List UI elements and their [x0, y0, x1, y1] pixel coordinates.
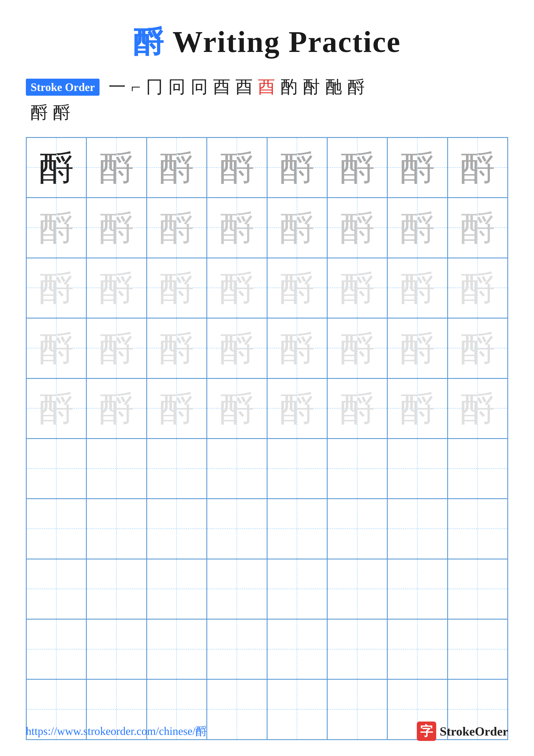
cell-6-2 [87, 439, 146, 499]
cell-4-7: 酹 [387, 318, 447, 378]
stroke-12: 酹 [347, 75, 365, 99]
grid-row-5: 酹 酹 酹 酹 酹 酹 酹 酹 [26, 378, 508, 439]
logo-text: StrokeOrder [440, 724, 508, 739]
cell-4-6: 酹 [327, 318, 387, 378]
cell-4-3: 酹 [147, 318, 207, 378]
cell-7-7 [387, 499, 447, 559]
cell-3-4: 酹 [207, 258, 267, 318]
title-text: Writing Practice [172, 25, 401, 58]
cell-8-8 [447, 559, 508, 619]
stroke-order-label: Stroke Order [26, 79, 99, 96]
stroke-10: 酎 [303, 75, 320, 99]
cell-1-8: 酹 [447, 138, 508, 198]
footer-url[interactable]: https://www.strokeorder.com/chinese/酹 [26, 724, 207, 739]
cell-6-1 [26, 439, 87, 499]
cell-3-8: 酹 [447, 258, 508, 318]
footer: https://www.strokeorder.com/chinese/酹 字 … [26, 721, 508, 741]
cell-6-8 [447, 439, 508, 499]
cell-3-3: 酹 [147, 258, 207, 318]
grid-row-1: 酹 酹 酹 酹 酹 酹 酹 酹 [26, 138, 508, 198]
cell-1-6: 酹 [327, 138, 387, 198]
cell-1-5: 酹 [267, 138, 327, 198]
cell-3-7: 酹 [387, 258, 447, 318]
cell-1-4: 酹 [207, 138, 267, 198]
cell-8-7 [387, 559, 447, 619]
cell-5-8: 酹 [447, 378, 508, 439]
cell-7-6 [327, 499, 387, 559]
cell-1-2: 酹 [87, 138, 146, 198]
stroke-9: 酌 [280, 75, 297, 99]
stroke-sequence: 一 ⌐ 冂 冋 冋 酉 酉 酉 酌 酎 酏 酹 [106, 75, 508, 99]
cell-1-1: 酹 [26, 138, 87, 198]
cell-7-4 [207, 499, 267, 559]
cell-9-8 [447, 619, 508, 679]
cell-3-6: 酹 [327, 258, 387, 318]
cell-8-4 [207, 559, 267, 619]
cell-5-3: 酹 [147, 378, 207, 439]
cell-4-8: 酹 [447, 318, 508, 378]
cell-3-5: 酹 [267, 258, 327, 318]
cell-8-1 [26, 559, 87, 619]
page-title: 酹 Writing Practice [133, 21, 401, 63]
cell-9-1 [26, 619, 87, 679]
cell-2-7: 酹 [387, 198, 447, 258]
grid-row-9 [26, 619, 508, 679]
cell-9-4 [207, 619, 267, 679]
grid-row-3: 酹 酹 酹 酹 酹 酹 酹 酹 [26, 258, 508, 318]
cell-2-3: 酹 [147, 198, 207, 258]
cell-5-2: 酹 [87, 378, 146, 439]
cell-3-1: 酹 [26, 258, 87, 318]
cell-2-2: 酹 [87, 198, 146, 258]
cell-9-5 [267, 619, 327, 679]
grid-row-4: 酹 酹 酹 酹 酹 酹 酹 酹 [26, 318, 508, 378]
cell-6-5 [267, 439, 327, 499]
stroke-order-section: Stroke Order 一 ⌐ 冂 冋 冋 酉 酉 酉 酌 酎 酏 酹 酹 酹 [26, 75, 508, 124]
cell-2-8: 酹 [447, 198, 508, 258]
cell-5-5: 酹 [267, 378, 327, 439]
cell-6-3 [147, 439, 207, 499]
cell-6-7 [387, 439, 447, 499]
practice-grid: 酹 酹 酹 酹 酹 酹 酹 酹 酹 酹 酹 酹 酹 酹 酹 酹 酹 酹 酹 酹 … [26, 137, 508, 740]
cell-5-1: 酹 [26, 378, 87, 439]
cell-7-2 [87, 499, 146, 559]
cell-8-5 [267, 559, 327, 619]
cell-4-5: 酹 [267, 318, 327, 378]
stroke-13: 酹 [31, 101, 48, 124]
grid-row-6 [26, 439, 508, 499]
grid-row-2: 酹 酹 酹 酹 酹 酹 酹 酹 [26, 198, 508, 258]
cell-9-7 [387, 619, 447, 679]
stroke-4: 冋 [168, 75, 186, 99]
stroke-8: 酉 [258, 75, 275, 99]
cell-7-1 [26, 499, 87, 559]
cell-4-1: 酹 [26, 318, 87, 378]
cell-6-4 [207, 439, 267, 499]
stroke-5: 冋 [191, 75, 208, 99]
cell-9-2 [87, 619, 146, 679]
cell-5-4: 酹 [207, 378, 267, 439]
cell-9-3 [147, 619, 207, 679]
cell-5-7: 酹 [387, 378, 447, 439]
stroke-7: 酉 [236, 75, 253, 99]
cell-7-3 [147, 499, 207, 559]
cell-2-6: 酹 [327, 198, 387, 258]
grid-row-7 [26, 499, 508, 559]
grid-row-8 [26, 559, 508, 619]
cell-8-6 [327, 559, 387, 619]
cell-5-6: 酹 [327, 378, 387, 439]
cell-8-2 [87, 559, 146, 619]
stroke-6: 酉 [213, 75, 230, 99]
footer-logo: 字 StrokeOrder [417, 721, 508, 741]
cell-3-2: 酹 [87, 258, 146, 318]
cell-4-2: 酹 [87, 318, 146, 378]
stroke-1: 一 [109, 75, 126, 99]
cell-2-5: 酹 [267, 198, 327, 258]
cell-9-6 [327, 619, 387, 679]
title-character: 酹 [133, 25, 164, 58]
stroke-2: ⌐ [131, 77, 141, 97]
cell-6-6 [327, 439, 387, 499]
cell-8-3 [147, 559, 207, 619]
cell-1-3: 酹 [147, 138, 207, 198]
logo-icon: 字 [417, 721, 436, 741]
stroke-second-line: 酹 酹 [26, 101, 508, 124]
cell-7-5 [267, 499, 327, 559]
